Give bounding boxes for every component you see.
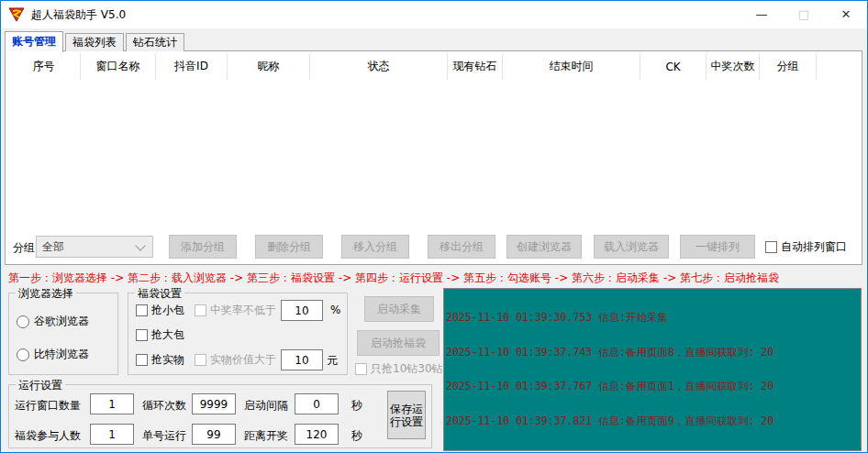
log-line: 2025-11-10 01:39:37.821 信息:备用页面9，直播间获取到:… (446, 415, 859, 427)
app-window: 超人福袋助手 V5.0 — □ ✕ 账号管理 福袋列表 钻石统计 序号 窗口名称… (0, 0, 868, 453)
win-rate-input[interactable] (281, 300, 323, 321)
log-output[interactable]: 2025-11-10 01:39:30.753 信息:开始采集 2025-11-… (443, 288, 862, 451)
participants-label: 福袋参与人数 (15, 428, 81, 444)
group-dropdown[interactable]: 全部 (36, 236, 153, 258)
accounts-table-header: 序号 窗口名称 抖音ID 昵称 状态 现有钻石 结束时间 CK 中奖次数 分组 (7, 53, 860, 81)
bit-browser-radio[interactable]: 比特浏览器 (17, 347, 89, 362)
draw-distance-label: 距离开奖 (244, 428, 288, 444)
tab-diamond-stats[interactable]: 钻石统计 (126, 33, 184, 51)
tab-luckybag-list[interactable]: 福袋列表 (65, 33, 124, 51)
luckybag-settings-groupbox: 福袋设置 抢小包 抢大包 抢实物 中奖率不低于 % 实物价值大于 元 (128, 293, 348, 375)
log-line: 2025-11-10 01:39:37.885 信息:备用页面6，直播间获取到:… (446, 450, 859, 451)
start-interval-unit: 秒 (351, 398, 362, 414)
tab-account-management[interactable]: 账号管理 (5, 31, 63, 52)
move-into-group-button[interactable]: 移入分组 (341, 235, 409, 259)
column-header-win-count[interactable]: 中奖次数 (707, 53, 760, 80)
checkbox-icon (195, 354, 206, 366)
auto-arrange-checkbox[interactable]: 自动排列窗口 (765, 239, 847, 255)
create-browser-button[interactable]: 创建浏览器 (506, 235, 582, 259)
column-header-index[interactable]: 序号 (7, 53, 81, 80)
bit-browser-label: 比特浏览器 (34, 347, 89, 362)
close-button[interactable]: ✕ (825, 1, 867, 28)
loop-count-input[interactable] (192, 393, 236, 414)
only-10-30-checkbox: 只抢10钻30钻 (355, 361, 443, 377)
start-interval-input[interactable] (295, 393, 339, 414)
win-rate-label: 中奖率不低于 (210, 303, 276, 318)
loop-count-label: 循环次数 (142, 398, 186, 414)
browser-select-groupbox: 浏览器选择 谷歌浏览器 比特浏览器 (8, 293, 118, 375)
run-window-count-input[interactable] (90, 393, 134, 414)
radio-icon (17, 315, 29, 328)
load-browser-button[interactable]: 载入浏览器 (594, 235, 669, 259)
grab-physical-label: 抢实物 (151, 352, 184, 368)
column-header-diamonds[interactable]: 现有钻石 (448, 53, 503, 80)
grab-physical-checkbox[interactable]: 抢实物 (136, 352, 184, 368)
group-bar: 分组 全部 添加分组 删除分组 移入分组 移出分组 创建浏览器 载入浏览器 一键… (7, 232, 860, 262)
participants-input[interactable] (90, 424, 134, 445)
column-header-end-time[interactable]: 结束时间 (503, 53, 640, 80)
start-grab-button[interactable]: 启动抢福袋 (357, 330, 440, 356)
column-header-douyin-id[interactable]: 抖音ID (156, 53, 228, 80)
steps-hint: 第一步：浏览器选择 -> 第二步：载入浏览器 -> 第三步：福袋设置 -> 第四… (8, 271, 779, 286)
log-line: 2025-11-10 01:39:37.767 信息:备用页面1，直播间获取到:… (446, 381, 859, 392)
only-10-30-label: 只抢10钻30钻 (371, 361, 443, 377)
checkbox-icon (136, 354, 148, 366)
log-line: 2025-11-10 01:39:30.753 信息:开始采集 (446, 312, 859, 324)
move-out-group-button[interactable]: 移出分组 (428, 235, 495, 259)
accounts-table-body[interactable] (7, 80, 860, 231)
item-value-label: 实物价值大于 (210, 352, 276, 368)
run-settings-title: 运行设置 (16, 378, 65, 393)
checkbox-icon (136, 304, 148, 316)
browser-select-title: 浏览器选择 (16, 286, 76, 302)
start-interval-label: 启动间隔 (244, 398, 288, 414)
run-settings-groupbox: 运行设置 运行窗口数量 循环次数 启动间隔 秒 福袋参与人数 单号运行 距离开奖… (8, 384, 432, 448)
column-header-status[interactable]: 状态 (310, 53, 448, 80)
radio-icon (17, 348, 29, 361)
account-management-page: 序号 窗口名称 抖音ID 昵称 状态 现有钻石 结束时间 CK 中奖次数 分组 … (5, 50, 862, 265)
column-header-ck[interactable]: CK (640, 53, 707, 80)
grab-big-bag-label: 抢大包 (151, 327, 184, 343)
draw-distance-unit: 秒 (351, 428, 362, 444)
app-logo-icon (8, 7, 25, 22)
grab-small-bag-checkbox[interactable]: 抢小包 (136, 303, 184, 318)
single-run-input[interactable] (192, 424, 236, 445)
column-header-filler (817, 53, 860, 80)
item-value-input[interactable] (281, 349, 323, 370)
title-bar: 超人福袋助手 V5.0 — □ ✕ (1, 1, 867, 28)
maximize-button: □ (783, 1, 825, 28)
window-title: 超人福袋助手 V5.0 (31, 7, 126, 23)
auto-arrange-label: 自动排列窗口 (781, 239, 847, 255)
checkbox-icon (355, 363, 367, 375)
win-rate-checkbox: 中奖率不低于 (195, 303, 276, 318)
delete-group-button[interactable]: 删除分组 (255, 235, 323, 259)
run-window-count-label: 运行窗口数量 (15, 398, 81, 414)
single-run-label: 单号运行 (142, 428, 186, 444)
window-controls: — □ ✕ (740, 1, 867, 28)
checkbox-icon (136, 329, 148, 341)
chrome-browser-label: 谷歌浏览器 (34, 314, 89, 329)
luckybag-settings-title: 福袋设置 (135, 286, 184, 302)
minimize-button[interactable]: — (740, 1, 783, 28)
checkbox-icon (765, 241, 777, 253)
add-group-button[interactable]: 添加分组 (169, 235, 237, 259)
item-value-checkbox: 实物价值大于 (195, 352, 276, 368)
group-label: 分组 (13, 240, 35, 256)
column-header-window-name[interactable]: 窗口名称 (81, 53, 156, 80)
start-collect-button[interactable]: 启动采集 (364, 296, 434, 322)
log-line: 2025-11-10 01:39:37.743 信息:备用页面8，直播间获取到:… (446, 347, 859, 359)
grab-small-bag-label: 抢小包 (151, 303, 184, 318)
column-header-nickname[interactable]: 昵称 (228, 53, 310, 80)
grab-big-bag-checkbox[interactable]: 抢大包 (136, 327, 184, 343)
checkbox-icon (195, 304, 206, 316)
draw-distance-input[interactable] (295, 424, 339, 445)
column-header-group[interactable]: 分组 (760, 53, 817, 80)
chrome-browser-radio[interactable]: 谷歌浏览器 (17, 314, 89, 329)
tab-strip: 账号管理 福袋列表 钻石统计 (5, 30, 186, 51)
chevron-down-icon (135, 240, 145, 250)
win-rate-unit: % (330, 304, 340, 316)
group-dropdown-value: 全部 (42, 240, 64, 253)
arrange-windows-button[interactable]: 一键排列 (680, 235, 755, 259)
item-value-unit: 元 (327, 353, 338, 369)
